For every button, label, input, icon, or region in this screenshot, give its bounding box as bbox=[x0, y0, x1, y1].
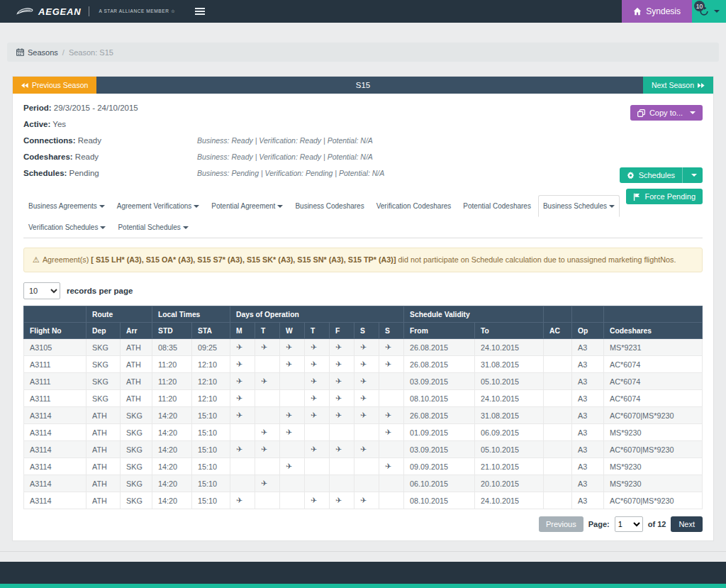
aegean-logo[interactable]: AEGEAN A STAR ALLIANCE MEMBER ☆ bbox=[0, 6, 182, 17]
warning-icon: ⚠ bbox=[33, 255, 40, 264]
table-row: A3111SKGATH11:2012:10✈✈✈✈✈03.09.201505.1… bbox=[24, 373, 703, 390]
cell-ac bbox=[544, 339, 572, 356]
cell-valid-to: 21.10.2015 bbox=[475, 458, 544, 475]
cell-dep: ATH bbox=[86, 407, 121, 424]
cell-ac bbox=[544, 407, 572, 424]
cell-arr: SKG bbox=[121, 407, 152, 424]
records-per-page-select[interactable]: 10 bbox=[23, 282, 60, 299]
cell-ac bbox=[544, 492, 572, 509]
cell-day-empty bbox=[230, 458, 255, 475]
tabs-bar: Business AgreementsAgreement Verificatio… bbox=[23, 195, 703, 238]
schedules-dropdown-toggle[interactable] bbox=[682, 167, 703, 183]
season-panel-body: Period: 29/3/2015 - 24/10/2015Active: Ye… bbox=[13, 94, 713, 540]
cell-day-operating: ✈ bbox=[230, 492, 255, 509]
cell-day-empty bbox=[330, 424, 354, 441]
cell-op: A3 bbox=[572, 339, 604, 356]
info-value: Period: 29/3/2015 - 24/10/2015 bbox=[23, 104, 197, 112]
cell-arr: SKG bbox=[121, 424, 152, 441]
cell-op: A3 bbox=[572, 441, 604, 458]
cell-valid-from: 09.09.2015 bbox=[404, 458, 475, 475]
cell-day-operating: ✈ bbox=[330, 407, 354, 424]
cell-codeshares: AC*6070|MS*9230 bbox=[604, 407, 703, 424]
cell-valid-from: 03.09.2015 bbox=[404, 441, 475, 458]
tab-agreement-verifications[interactable]: Agreement Verifications bbox=[112, 195, 205, 217]
breadcrumb-seasons-link[interactable]: Seasons bbox=[16, 48, 58, 57]
cell-day-operating: ✈ bbox=[354, 356, 379, 373]
cell-op: A3 bbox=[572, 373, 604, 390]
gear-icon bbox=[627, 172, 635, 179]
corner-cell bbox=[604, 306, 703, 323]
cell-day-empty bbox=[305, 424, 330, 441]
cell-day-operating: ✈ bbox=[230, 339, 255, 356]
table-header-row: Flight No Dep Arr STD STA M T W T F S S … bbox=[24, 323, 703, 339]
info-line: Codeshares: ReadyBusiness: Ready | Verif… bbox=[23, 152, 703, 163]
col-day-mon: M bbox=[230, 323, 255, 339]
force-pending-button[interactable]: Force Pending bbox=[626, 189, 703, 204]
page-select[interactable]: 1 bbox=[615, 516, 643, 532]
tab-potential-agreement[interactable]: Potential Agreement bbox=[206, 195, 288, 217]
info-value: Schedules: Pending bbox=[23, 169, 197, 177]
tab-business-schedules[interactable]: Business Schedules bbox=[538, 195, 620, 217]
cell-valid-from: 06.10.2015 bbox=[404, 475, 475, 492]
cell-sta: 15:10 bbox=[192, 441, 230, 458]
cell-day-operating: ✈ bbox=[305, 356, 330, 373]
info-label: Connections: bbox=[23, 136, 75, 145]
previous-season-button[interactable]: Previous Season bbox=[13, 77, 96, 94]
col-day-fri: F bbox=[330, 323, 354, 339]
chevron-down-icon bbox=[714, 10, 720, 13]
tab-potential-codeshares[interactable]: Potential Codeshares bbox=[458, 195, 536, 217]
cell-std: 14:20 bbox=[152, 475, 192, 492]
brand-divider bbox=[89, 6, 89, 16]
cell-day-empty bbox=[255, 492, 280, 509]
next-page-button[interactable]: Next bbox=[671, 516, 703, 532]
cell-dep: SKG bbox=[86, 373, 121, 390]
table-row: A3105SKGATH08:3509:25✈✈✈✈✈✈✈26.08.201524… bbox=[24, 339, 703, 356]
cell-arr: SKG bbox=[121, 441, 152, 458]
corner-cell bbox=[24, 306, 86, 323]
cell-op: A3 bbox=[572, 390, 604, 407]
tab-business-agreements[interactable]: Business Agreements bbox=[23, 195, 110, 217]
cell-arr: SKG bbox=[121, 458, 152, 475]
bottom-dark-bar bbox=[0, 562, 726, 584]
col-sta: STA bbox=[192, 323, 230, 339]
cell-std: 14:20 bbox=[152, 492, 192, 509]
cell-flight-no: A3114 bbox=[24, 475, 86, 492]
syndesis-home-button[interactable]: Syndesis bbox=[622, 0, 692, 23]
next-season-button[interactable]: Next Season bbox=[643, 77, 713, 94]
home-icon bbox=[633, 7, 642, 16]
top-navbar: AEGEAN A STAR ALLIANCE MEMBER ☆ Syndesis… bbox=[0, 0, 726, 23]
cell-ac bbox=[544, 356, 572, 373]
tab-business-codeshares[interactable]: Business Codeshares bbox=[290, 195, 369, 217]
cell-day-empty bbox=[280, 441, 305, 458]
copy-to-button[interactable]: Copy to... bbox=[630, 105, 703, 121]
schedules-button[interactable]: Schedules bbox=[620, 167, 703, 183]
cell-flight-no: A3114 bbox=[24, 441, 86, 458]
aegean-bird-icon bbox=[16, 6, 34, 16]
menu-toggle-icon[interactable] bbox=[192, 4, 208, 19]
cell-std: 11:20 bbox=[152, 356, 192, 373]
cell-day-empty bbox=[354, 458, 379, 475]
cell-day-operating: ✈ bbox=[354, 390, 379, 407]
total-pages-label: of 12 bbox=[648, 520, 666, 528]
chevron-down-icon bbox=[99, 205, 105, 208]
cell-codeshares: AC*6070|MS*9230 bbox=[604, 441, 703, 458]
cell-day-empty bbox=[230, 424, 255, 441]
previous-page-button[interactable]: Previous bbox=[539, 516, 583, 532]
cell-codeshares: AC*6074 bbox=[604, 356, 703, 373]
cell-day-operating: ✈ bbox=[330, 339, 354, 356]
cell-day-empty bbox=[379, 441, 404, 458]
table-row: A3114ATHSKG14:2015:10✈✈✈01.09.201506.09.… bbox=[24, 424, 703, 441]
cell-dep: ATH bbox=[86, 441, 121, 458]
col-day-thu: T bbox=[305, 323, 330, 339]
cell-valid-to: 31.08.2015 bbox=[475, 356, 544, 373]
tab-verification-codeshares[interactable]: Verification Codeshares bbox=[372, 195, 457, 217]
cell-day-operating: ✈ bbox=[230, 407, 255, 424]
cell-arr: SKG bbox=[121, 475, 152, 492]
refresh-dropdown-button[interactable]: 10 bbox=[692, 0, 726, 23]
schedules-table: Route Local Times Days of Operation Sche… bbox=[23, 306, 703, 509]
cell-day-empty bbox=[379, 475, 404, 492]
tab-verification-schedules[interactable]: Verification Schedules bbox=[23, 216, 111, 238]
tab-label: Business Agreements bbox=[28, 202, 97, 210]
tab-potential-schedules[interactable]: Potential Schedules bbox=[113, 216, 193, 238]
cell-sta: 15:10 bbox=[192, 458, 230, 475]
